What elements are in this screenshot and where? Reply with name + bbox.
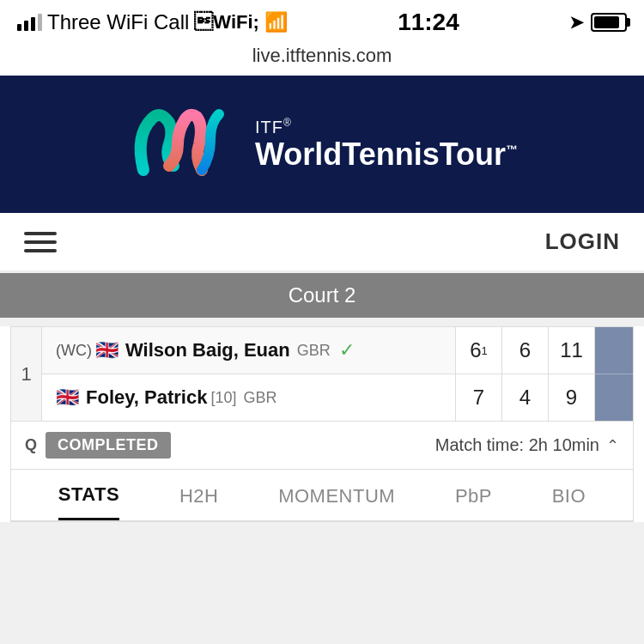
last-col-bottom (595, 374, 633, 421)
logo-text: ITF® WorldTennisTour™ (255, 117, 518, 171)
status-left: Three WiFi Call WiFi; 📶 (17, 10, 288, 34)
login-button[interactable]: LOGIN (545, 228, 620, 255)
url-bar: live.itftennis.com (0, 41, 644, 76)
completed-badge: COMPLETED (46, 432, 171, 459)
player1-nat: GBR (297, 342, 331, 360)
chevron-up-icon[interactable]: ⌃ (606, 436, 619, 455)
set3-p2-score: 9 (549, 374, 594, 421)
tab-pbp[interactable]: PbP (455, 485, 492, 519)
match-time: Match time: 2h 10min ⌃ (435, 435, 619, 455)
wifi-icon2: 📶 (264, 11, 288, 33)
player1-flag: 🇬🇧 (95, 339, 118, 361)
location-icon: ➤ (569, 12, 584, 33)
logo-area: ITF® WorldTennisTour™ (126, 101, 518, 187)
player1-row: (WC) 🇬🇧 Wilson Baig, Euan GBR ✓ (42, 327, 455, 374)
status-bar: Three WiFi Call WiFi; 📶 11:24 ➤ (0, 0, 644, 41)
status-row: Q COMPLETED Match time: 2h 10min ⌃ (10, 422, 634, 470)
player2-flag: 🇬🇧 (56, 386, 79, 409)
set2-p1-score: 6 (502, 327, 548, 374)
player1-name: Wilson Baig, Euan (125, 339, 290, 361)
set2-col: 6 4 (502, 327, 549, 421)
match-container: 1 (WC) 🇬🇧 Wilson Baig, Euan GBR ✓ 🇬🇧 Fol… (0, 326, 644, 522)
status-right: ➤ (569, 12, 627, 33)
set1-p1-score: 61 (456, 327, 501, 374)
itf-logo-icon (126, 101, 238, 187)
player1-tag: (WC) (56, 342, 92, 360)
nav-bar: LOGIN (0, 213, 644, 271)
player2-seed: [10] (210, 389, 236, 407)
battery-icon (591, 13, 627, 32)
tab-stats[interactable]: STATS (58, 483, 119, 520)
clock: 11:24 (398, 9, 459, 36)
url-text: live.itftennis.com (252, 45, 392, 66)
match-time-text: Match time: 2h 10min (435, 435, 599, 455)
match-rows: 1 (WC) 🇬🇧 Wilson Baig, Euan GBR ✓ 🇬🇧 Fol… (10, 326, 634, 422)
status-left-group: Q COMPLETED (25, 432, 171, 459)
tab-bio[interactable]: BIO (552, 485, 586, 519)
hamburger-menu[interactable] (24, 232, 57, 252)
tab-h2h[interactable]: H2H (179, 485, 219, 519)
set3-p1-score: 11 (549, 327, 594, 374)
wifi-icon: WiFi; (194, 11, 259, 33)
tabs-divider (10, 521, 634, 522)
score-columns: 61 7 6 4 11 9 (456, 327, 595, 421)
last-col-top (595, 327, 633, 374)
set2-p2-score: 4 (502, 374, 548, 421)
signal-icon (17, 14, 42, 31)
header: ITF® WorldTennisTour™ (0, 76, 644, 213)
set1-p2-score: 7 (456, 374, 501, 421)
tab-momentum[interactable]: MOMENTUM (278, 485, 395, 519)
carrier-label: Three WiFi Call (47, 10, 189, 34)
court-header: Court 2 (0, 273, 644, 318)
winner-checkmark: ✓ (339, 339, 355, 361)
player2-nat: GBR (243, 389, 276, 407)
set1-col: 61 7 (456, 327, 502, 421)
itf-label: ITF® (255, 117, 518, 137)
player2-name: Foley, Patrick (86, 386, 207, 409)
wtt-label: WorldTennisTour™ (255, 137, 518, 172)
set3-col: 11 9 (549, 327, 595, 421)
tabs-bar: STATS H2H MOMENTUM PbP BIO (10, 470, 634, 521)
player2-row: 🇬🇧 Foley, Patrick [10] GBR (42, 374, 455, 421)
match-number: 1 (11, 327, 42, 421)
players-section: (WC) 🇬🇧 Wilson Baig, Euan GBR ✓ 🇬🇧 Foley… (42, 327, 456, 421)
last-col (595, 327, 633, 421)
qualifier-badge: Q (25, 436, 37, 454)
